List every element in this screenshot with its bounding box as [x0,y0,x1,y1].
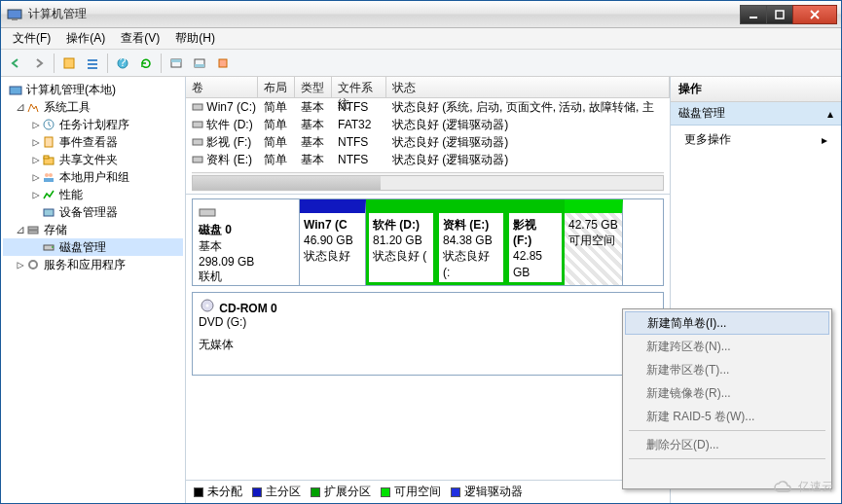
menu-help[interactable]: 帮助(H) [167,28,223,49]
back-button[interactable] [5,53,26,74]
tree-task-scheduler[interactable]: ▷任务计划程序 [3,116,183,133]
actions-section[interactable]: 磁盘管理▴ [671,102,841,126]
disk-0-partitions: Win7 (C46.90 GB状态良好软件 (D:)81.20 GB状态良好 (… [300,199,663,285]
menu-new-simple-volume[interactable]: 新建简单卷(I)... [625,311,829,335]
svg-rect-8 [88,63,97,65]
partition[interactable]: 影视 (F:)42.85 GB状态良好 [506,199,565,285]
menu-view[interactable]: 查看(V) [113,28,167,49]
svg-rect-25 [44,209,54,216]
tree-disk-management[interactable]: 磁盘管理 [3,238,183,256]
col-type[interactable]: 类型 [295,77,332,97]
svg-rect-6 [64,58,74,68]
menu-new-mirror-volume: 新建镜像卷(R)... [625,381,829,405]
tree-services[interactable]: ▷服务和应用程序 [3,256,183,273]
menubar: 文件(F) 操作(A) 查看(V) 帮助(H) [1,28,841,50]
legend-free: 可用空间 [394,484,441,500]
volume-row[interactable]: 软件 (D:)简单基本FAT32状态良好 (逻辑驱动器) [186,116,670,133]
refresh-button[interactable] [135,53,157,74]
toolbar: ? [1,50,841,77]
minimize-button[interactable] [740,5,767,24]
context-menu: 新建简单卷(I)... 新建跨区卷(N)... 新建带区卷(T)... 新建镜像… [622,308,832,489]
titlebar[interactable]: 计算机管理 [1,1,841,28]
partition[interactable]: 42.75 GB可用空间 [565,199,623,285]
menu-new-spanned-volume: 新建跨区卷(N)... [625,335,829,358]
col-volume[interactable]: 卷 [186,77,258,97]
svg-rect-24 [44,178,54,182]
menu-action[interactable]: 操作(A) [58,28,113,49]
menu-file[interactable]: 文件(F) [5,28,58,49]
svg-rect-31 [193,104,202,110]
properties-button[interactable] [58,53,80,74]
tree-root[interactable]: 计算机管理(本地) [3,81,183,98]
app-icon [7,7,22,22]
col-layout[interactable]: 布局 [258,77,295,97]
volume-row[interactable]: Win7 (C:)简单基本NTFS状态良好 (系统, 启动, 页面文件, 活动,… [186,98,670,116]
col-status[interactable]: 状态 [386,77,670,97]
svg-point-30 [29,261,37,269]
view-list-button[interactable] [82,53,103,74]
cdrom-icon [199,299,216,312]
svg-rect-19 [45,137,53,147]
svg-text:?: ? [120,56,127,69]
disk-icon [199,205,216,219]
legend-primary: 主分区 [266,484,301,500]
actions-title: 操作 [671,77,841,102]
svg-rect-9 [88,67,97,69]
disk-graph-pane: 磁盘 0 基本 298.09 GB 联机 Win7 (C46.90 GB状态良好… [186,194,670,480]
tree-shared-folders[interactable]: ▷共享文件夹 [3,151,183,168]
disk-0-row[interactable]: 磁盘 0 基本 298.09 GB 联机 Win7 (C46.90 GB状态良好… [192,198,664,286]
svg-rect-7 [88,59,97,61]
cloud-icon [773,480,794,495]
svg-rect-3 [776,11,784,18]
svg-rect-1 [12,18,18,20]
svg-point-37 [206,305,209,307]
cdrom-row[interactable]: CD-ROM 0 DVD (G:) 无媒体 [192,292,664,376]
svg-rect-26 [28,227,38,230]
col-fs[interactable]: 文件系统 [332,77,386,97]
menu-delete-partition: 删除分区(D)... [625,433,829,456]
close-button[interactable] [792,5,837,24]
legend: 未分配 主分区 扩展分区 可用空间 逻辑驱动器 [186,480,670,503]
svg-rect-16 [219,59,227,67]
window-title: 计算机管理 [28,6,741,22]
svg-rect-32 [193,122,202,127]
computer-management-window: 计算机管理 文件(F) 操作(A) 查看(V) 帮助(H) ? 计算机管理(本地… [0,0,842,504]
menu-new-striped-volume: 新建带区卷(T)... [625,358,829,381]
svg-rect-21 [44,156,49,159]
svg-rect-0 [8,10,21,18]
forward-button[interactable] [28,53,50,74]
svg-rect-34 [193,157,202,162]
volume-row[interactable]: 影视 (F:)简单基本NTFS状态良好 (逻辑驱动器) [186,133,670,151]
tree-storage[interactable]: ⊿存储 [3,221,183,238]
partition[interactable]: Win7 (C46.90 GB状态良好 [300,199,366,285]
volume-row[interactable]: 资料 (E:)简单基本NTFS状态良好 (逻辑驱动器) [186,151,670,168]
legend-logical: 逻辑驱动器 [464,484,523,500]
nav-tree[interactable]: 计算机管理(本地) ⊿系统工具 ▷任务计划程序 ▷事件查看器 ▷共享文件夹 ▷本… [1,77,186,503]
cdrom-header[interactable]: CD-ROM 0 DVD (G:) 无媒体 [193,293,663,375]
disk-0-header[interactable]: 磁盘 0 基本 298.09 GB 联机 [193,199,300,285]
horizontal-scrollbar[interactable] [192,172,664,192]
tree-local-users[interactable]: ▷本地用户和组 [3,168,183,186]
center-pane: 卷 布局 类型 文件系统 状态 Win7 (C:)简单基本NTFS状态良好 (系… [186,77,671,503]
help-button[interactable]: ? [112,53,133,74]
view-bottom-button[interactable] [189,53,210,74]
actions-more[interactable]: 更多操作▸ [671,126,841,154]
volume-list-header[interactable]: 卷 布局 类型 文件系统 状态 [186,77,670,98]
tree-performance[interactable]: ▷性能 [3,186,183,203]
svg-rect-15 [195,64,204,67]
tree-device-manager[interactable]: 设备管理器 [3,203,183,221]
partition[interactable]: 资料 (E:)84.38 GB状态良好 (: [436,199,506,285]
collapse-icon: ▴ [827,107,833,121]
menu-new-raid5-volume: 新建 RAID-5 卷(W)... [625,405,829,428]
volume-list[interactable]: Win7 (C:)简单基本NTFS状态良好 (系统, 启动, 页面文件, 活动,… [186,98,670,168]
svg-rect-27 [28,231,38,234]
settings-button[interactable] [212,53,234,74]
partition[interactable]: 软件 (D:)81.20 GB状态良好 ( [366,199,436,285]
maximize-button[interactable] [766,5,793,24]
svg-point-22 [45,173,49,177]
tree-event-viewer[interactable]: ▷事件查看器 [3,133,183,151]
legend-unallocated: 未分配 [207,484,242,500]
view-top-button[interactable] [165,53,187,74]
svg-rect-17 [10,87,21,94]
tree-system-tools[interactable]: ⊿系统工具 [3,98,183,116]
